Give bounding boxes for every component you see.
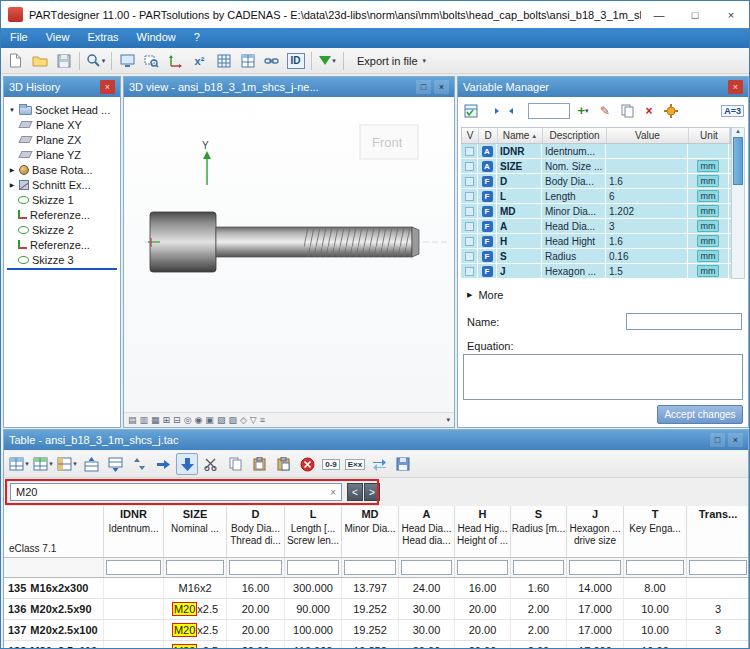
statusbar-dropdown-icon[interactable]: ▾ xyxy=(446,416,450,424)
minimize-button[interactable]: — xyxy=(641,1,677,28)
cell-trans[interactable] xyxy=(687,641,748,649)
cell-md[interactable]: 19.252 xyxy=(342,620,399,640)
col-header-t[interactable]: T Key Enga... xyxy=(624,506,687,557)
search-button[interactable]: ▾ xyxy=(84,50,107,72)
col-header-description[interactable]: Description xyxy=(543,128,607,143)
search-input[interactable]: M20 × xyxy=(10,483,342,501)
cell-h[interactable]: 20.00 xyxy=(455,641,511,649)
filter-dropdown-button[interactable]: ▾ xyxy=(316,50,339,72)
rotate-view-icon[interactable]: ◉ xyxy=(195,415,203,425)
cell-trans[interactable]: 3 xyxy=(687,599,748,619)
tree-item-plane-zx[interactable]: Plane ZX xyxy=(5,132,119,147)
open-file-button[interactable] xyxy=(28,50,51,72)
cell-d[interactable]: 20.00 xyxy=(227,641,285,649)
cell-md[interactable]: 19.252 xyxy=(342,641,399,649)
variable-checkbox[interactable] xyxy=(465,267,474,276)
cell-idnr[interactable] xyxy=(104,578,164,598)
expand-search-button[interactable] xyxy=(176,453,198,475)
variable-row[interactable]: F D Body Dia... 1.6 mm xyxy=(461,174,731,189)
cell-t[interactable]: 10.00 xyxy=(624,641,687,649)
filter-input[interactable] xyxy=(166,560,224,575)
col-header-d[interactable]: D Body Dia... Thread di... xyxy=(227,506,285,557)
col-header-value[interactable]: Value xyxy=(607,128,689,143)
number-format-button[interactable]: 0-9 xyxy=(320,453,342,475)
col-header-trans[interactable]: Trans... xyxy=(687,506,748,557)
pan-view-icon[interactable]: ▣ xyxy=(205,415,214,425)
cell-d[interactable]: 20.00 xyxy=(227,599,285,619)
table-close-button[interactable]: × xyxy=(728,433,743,447)
variable-value[interactable]: 1.6 xyxy=(606,174,688,188)
menu-window[interactable]: Window xyxy=(128,28,185,48)
table-column-button[interactable]: ▾ xyxy=(56,453,78,475)
cell-d[interactable]: 16.00 xyxy=(227,578,285,598)
filter-input[interactable] xyxy=(569,560,621,575)
history-close-button[interactable]: × xyxy=(100,80,115,94)
cell-t[interactable]: 8.00 xyxy=(624,578,687,598)
filter-input[interactable] xyxy=(626,560,684,575)
col-header-md[interactable]: MD Minor Dia... xyxy=(342,506,399,557)
tree-item-base-rotation[interactable]: ▶ Base Rota... xyxy=(5,162,119,177)
table-insert-button[interactable]: ▾ xyxy=(32,453,54,475)
expression-button[interactable]: E×x xyxy=(344,453,366,475)
variable-value[interactable]: 1.5 xyxy=(606,264,688,278)
shaded-view-icon[interactable]: ▤ xyxy=(128,415,137,425)
filter-input[interactable] xyxy=(689,560,747,575)
tree-item-skizze-3[interactable]: Skizze 3 xyxy=(5,252,119,267)
variable-row[interactable]: F A Head Dia... 3 mm xyxy=(461,219,731,234)
copy-variable-button[interactable] xyxy=(618,102,636,120)
insert-row-below-button[interactable] xyxy=(104,453,126,475)
cell-h[interactable]: 20.00 xyxy=(455,620,511,640)
cell-s[interactable]: 2.00 xyxy=(511,641,567,649)
paste-special-button[interactable] xyxy=(272,453,294,475)
variable-scrollbar[interactable]: ▲ xyxy=(731,127,745,279)
filter-input[interactable] xyxy=(229,560,282,575)
clear-search-icon[interactable]: × xyxy=(330,487,336,498)
cell-s[interactable]: 2.00 xyxy=(511,620,567,640)
expander-closed-icon[interactable]: ▶ xyxy=(8,166,16,173)
cell-idnr[interactable] xyxy=(104,641,164,649)
filter-input[interactable] xyxy=(106,560,161,575)
col-header-l[interactable]: L Length [... Screw len... xyxy=(285,506,342,557)
edit-variable-button[interactable]: ✎ xyxy=(596,102,614,120)
variable-checkbox[interactable] xyxy=(465,192,474,201)
search-dropdown-icon[interactable]: ▾ xyxy=(102,57,106,65)
table-row[interactable]: 138 M20x2.5x110 M20 x2.5 20.00 110.000 1… xyxy=(4,641,748,649)
col-header-v[interactable]: V xyxy=(462,128,479,143)
rename-mode-icon[interactable]: A=3 xyxy=(721,105,744,117)
variable-value[interactable] xyxy=(606,159,688,173)
scrollbar-thumb[interactable] xyxy=(733,137,743,185)
cell-size[interactable]: M20 x2.5 xyxy=(164,641,227,649)
accept-changes-button[interactable]: Accept changes xyxy=(657,405,743,424)
variable-value[interactable]: 0.16 xyxy=(606,249,688,263)
cell-j[interactable]: 14.000 xyxy=(567,578,624,598)
tree-item-plane-yz[interactable]: Plane YZ xyxy=(5,147,119,162)
tree-item-schnitt[interactable]: ▶ Schnitt Ex... xyxy=(5,177,119,192)
tree-item-skizze-2[interactable]: Skizze 2 xyxy=(5,222,119,237)
expander-closed-icon[interactable]: ▶ xyxy=(8,181,16,188)
perspective-icon[interactable]: ▽ xyxy=(250,415,257,425)
table-view-button[interactable] xyxy=(236,50,259,72)
top-view-icon[interactable]: ▨ xyxy=(228,415,237,425)
cell-t[interactable]: 10.00 xyxy=(624,620,687,640)
goto-row-button[interactable] xyxy=(152,453,174,475)
view-mode-button[interactable] xyxy=(116,50,139,72)
cell-a[interactable]: 24.00 xyxy=(399,578,455,598)
table-row[interactable]: 137 M20x2.5x100 M20 x2.5 20.00 100.000 1… xyxy=(4,620,748,641)
find-previous-button[interactable]: < xyxy=(347,483,363,501)
variable-row[interactable]: F H Head Hight 1.6 mm xyxy=(461,234,731,249)
filter-variables-button[interactable] xyxy=(462,102,480,120)
variable-row[interactable]: F S Radius 0.16 mm xyxy=(461,249,731,264)
cell-md[interactable]: 13.797 xyxy=(342,578,399,598)
menu-file[interactable]: File xyxy=(1,28,37,48)
cell-idnr[interactable] xyxy=(104,599,164,619)
transfer-table-button[interactable] xyxy=(368,453,390,475)
tree-item-socket-head[interactable]: ▼ Socket Head ... xyxy=(5,102,119,117)
wireframe-view-icon[interactable]: ▥ xyxy=(140,415,149,425)
front-view-icon[interactable]: ▧ xyxy=(217,415,226,425)
menu-view[interactable]: View xyxy=(37,28,79,48)
new-file-button[interactable] xyxy=(4,50,27,72)
cell-a[interactable]: 30.00 xyxy=(399,641,455,649)
col-header-h[interactable]: H Head Hig... Height of ... xyxy=(455,506,511,557)
variable-checkbox[interactable] xyxy=(465,162,474,171)
link-button[interactable] xyxy=(260,50,283,72)
